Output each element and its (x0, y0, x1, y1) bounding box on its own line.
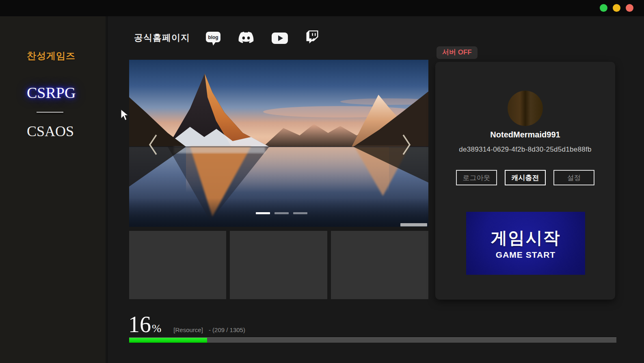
twitch-icon[interactable] (306, 30, 319, 45)
account-panel: NotedMermaid991 de389314-0629-4f2b-8d30-… (435, 62, 615, 300)
carousel-indicator-3[interactable] (293, 212, 307, 214)
avatar (508, 91, 543, 126)
launcher-window: 찬성게임즈 CSRPG CSAOS 공식홈페이지 blog (0, 0, 644, 363)
progress-bar-track (129, 337, 616, 343)
progress-count-label: - (209 / 1305) (209, 326, 245, 333)
carousel-indicators (256, 212, 307, 214)
sidebar-item-csrpg[interactable]: CSRPG (27, 84, 76, 102)
logout-button[interactable]: 로그아웃 (456, 170, 497, 185)
sidebar-divider (37, 112, 63, 113)
title-bar[interactable] (0, 0, 644, 16)
progress-stage-label: [Resource] (173, 326, 203, 333)
progress-bar-fill (129, 338, 207, 343)
official-homepage-link[interactable]: 공식홈페이지 (134, 32, 190, 44)
mouse-cursor (120, 109, 129, 123)
brand-logo: 찬성게임즈 (27, 50, 76, 62)
discord-icon[interactable] (238, 31, 254, 46)
progress-text-row: 16 % [Resource] - (209 / 1305) (128, 311, 245, 337)
banner-image-mountain-lake (129, 60, 428, 227)
image-watermark (400, 223, 427, 226)
carousel-prev-arrow-icon[interactable] (147, 133, 159, 156)
blog-icon[interactable]: blog (205, 29, 222, 48)
progress-percent: 16 (128, 311, 151, 337)
sidebar-item-csaos[interactable]: CSAOS (27, 123, 74, 140)
window-controls (600, 4, 633, 12)
progress-percent-sign: % (152, 322, 161, 335)
game-start-subtitle: GAME START (496, 250, 555, 260)
account-buttons-row: 로그아웃 캐시충전 설정 (435, 170, 615, 185)
thumbnail-slot-3[interactable] (331, 231, 428, 299)
server-status-badge: 서버 OFF (437, 46, 478, 59)
game-start-title: 게임시작 (491, 227, 561, 249)
carousel-next-arrow-icon[interactable] (400, 133, 413, 156)
cash-charge-button[interactable]: 캐시충전 (505, 170, 546, 185)
carousel-indicator-1[interactable] (256, 212, 270, 214)
account-uuid-label: de389314-0629-4f2b-8d30-25d5d1be88fb (435, 146, 615, 154)
settings-button[interactable]: 설정 (553, 170, 594, 185)
carousel-indicator-2[interactable] (274, 212, 289, 214)
carousel-banner[interactable] (129, 60, 428, 227)
thumbnail-slot-1[interactable] (129, 231, 226, 299)
username-label: NotedMermaid991 (435, 130, 615, 139)
game-start-button[interactable]: 게임시작 GAME START (466, 212, 585, 275)
youtube-icon[interactable] (271, 32, 288, 46)
window-red-light-icon[interactable] (626, 4, 633, 12)
thumbnail-slot-2[interactable] (230, 231, 327, 299)
svg-text:blog: blog (208, 35, 218, 40)
sidebar: 찬성게임즈 CSRPG CSAOS (0, 16, 108, 363)
window-yellow-light-icon[interactable] (613, 4, 620, 12)
window-green-light-icon[interactable] (600, 4, 607, 12)
